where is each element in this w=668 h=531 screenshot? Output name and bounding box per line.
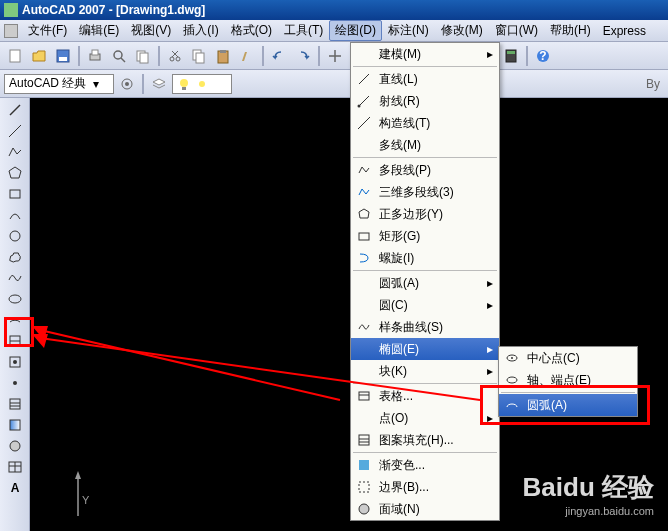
svg-marker-61 <box>359 209 369 218</box>
svg-point-39 <box>10 231 20 241</box>
table-tool[interactable] <box>4 457 26 477</box>
undo-button[interactable] <box>268 45 290 67</box>
ray-icon <box>355 92 373 110</box>
menu-insert[interactable]: 插入(I) <box>177 20 224 41</box>
ellipse-arc-icon <box>503 396 521 414</box>
cut-button[interactable] <box>164 45 186 67</box>
new-button[interactable] <box>4 45 26 67</box>
xline-tool[interactable] <box>4 121 26 141</box>
pline-item[interactable]: 多段线(P) <box>351 159 499 181</box>
arc-item[interactable]: 圆弧(A)▸ <box>351 272 499 294</box>
preview-button[interactable] <box>108 45 130 67</box>
menu-window[interactable]: 窗口(W) <box>489 20 544 41</box>
polyline-tool[interactable] <box>4 142 26 162</box>
drawing-canvas[interactable]: Y <box>30 98 668 531</box>
save-button[interactable] <box>52 45 74 67</box>
region-item[interactable]: 面域(N) <box>351 498 499 520</box>
table-icon <box>355 387 373 405</box>
point-tool[interactable] <box>4 373 26 393</box>
spline-item[interactable]: 样条曲线(S) <box>351 316 499 338</box>
help-button[interactable]: ? <box>532 45 554 67</box>
gradient-tool[interactable] <box>4 415 26 435</box>
paste-button[interactable] <box>212 45 234 67</box>
menu-separator <box>353 66 497 67</box>
makeblock-tool[interactable] <box>4 352 26 372</box>
circle-item[interactable]: 圆(C)▸ <box>351 294 499 316</box>
title-text: AutoCAD 2007 - [Drawing1.dwg] <box>22 3 205 17</box>
menu-edit[interactable]: 编辑(E) <box>73 20 125 41</box>
mline-item[interactable]: 多线(M) <box>351 134 499 156</box>
hatch-icon <box>355 431 373 449</box>
revcloud-tool[interactable] <box>4 247 26 267</box>
helix-item[interactable]: 螺旋(I) <box>351 247 499 269</box>
layer-button[interactable] <box>148 73 170 95</box>
menu-tools[interactable]: 工具(T) <box>278 20 329 41</box>
boundary-item[interactable]: 边界(B)... <box>351 476 499 498</box>
menu-modify[interactable]: 修改(M) <box>435 20 489 41</box>
ray-item[interactable]: 射线(R) <box>351 90 499 112</box>
line-item[interactable]: 直线(L) <box>351 68 499 90</box>
hatch-tool[interactable] <box>4 394 26 414</box>
open-button[interactable] <box>28 45 50 67</box>
menu-help[interactable]: 帮助(H) <box>544 20 597 41</box>
point-item[interactable]: 点(O)▸ <box>351 407 499 429</box>
polygon-tool[interactable] <box>4 163 26 183</box>
region-tool[interactable] <box>4 436 26 456</box>
menu-separator <box>353 452 497 453</box>
menu-bar: 文件(F) 编辑(E) 视图(V) 插入(I) 格式(O) 工具(T) 绘图(D… <box>0 20 668 42</box>
menu-draw[interactable]: 绘图(D) <box>329 20 382 41</box>
copy-button[interactable] <box>188 45 210 67</box>
watermark-logo: Baidu 经验 <box>523 470 654 505</box>
spline-tool[interactable] <box>4 268 26 288</box>
svg-rect-33 <box>182 87 186 90</box>
arc-tool[interactable] <box>4 205 26 225</box>
publish-button[interactable] <box>132 45 154 67</box>
rectangle-tool[interactable] <box>4 184 26 204</box>
title-bar: AutoCAD 2007 - [Drawing1.dwg] <box>0 0 668 20</box>
menu-format[interactable]: 格式(O) <box>225 20 278 41</box>
polygon-item[interactable]: 正多边形(Y) <box>351 203 499 225</box>
table-item[interactable]: 表格... <box>351 385 499 407</box>
ellipse-tool[interactable] <box>4 289 26 309</box>
modeling-item[interactable]: 建模(M)▸ <box>351 43 499 65</box>
block-tool[interactable] <box>4 331 26 351</box>
svg-line-36 <box>9 125 21 137</box>
xline-item[interactable]: 构造线(T) <box>351 112 499 134</box>
rectangle-item[interactable]: 矩形(G) <box>351 225 499 247</box>
control-icon[interactable] <box>4 24 18 38</box>
svg-marker-56 <box>75 471 81 479</box>
gradient-item[interactable]: 渐变色... <box>351 454 499 476</box>
3dpoly-item[interactable]: 三维多段线(3) <box>351 181 499 203</box>
svg-rect-14 <box>196 53 204 63</box>
menu-express[interactable]: Express <box>597 22 652 40</box>
center-item[interactable]: 中心点(C) <box>499 347 637 369</box>
layer-combo[interactable] <box>172 74 232 94</box>
circle-tool[interactable] <box>4 226 26 246</box>
separator <box>78 46 80 66</box>
hatch-item[interactable]: 图案填充(H)... <box>351 429 499 451</box>
workspace-settings-button[interactable] <box>116 73 138 95</box>
ellipse-arc-item[interactable]: 圆弧(A) <box>499 394 637 416</box>
text-tool[interactable]: A <box>4 478 26 498</box>
calc-button[interactable] <box>500 45 522 67</box>
svg-rect-68 <box>359 460 369 470</box>
pan-button[interactable] <box>324 45 346 67</box>
redo-button[interactable] <box>292 45 314 67</box>
svg-point-31 <box>125 82 129 86</box>
axis-end-item[interactable]: 轴、端点(E) <box>499 369 637 391</box>
ellipse-item[interactable]: 椭圆(E)▸ <box>351 338 499 360</box>
workspace-combo[interactable]: AutoCAD 经典 ▾ <box>4 74 114 94</box>
ellipse-arc-tool[interactable] <box>4 310 26 330</box>
match-button[interactable] <box>236 45 258 67</box>
menu-view[interactable]: 视图(V) <box>125 20 177 41</box>
menu-dimension[interactable]: 标注(N) <box>382 20 435 41</box>
menu-file[interactable]: 文件(F) <box>22 20 73 41</box>
block-item[interactable]: 块(K)▸ <box>351 360 499 382</box>
draw-menu-dropdown: 建模(M)▸ 直线(L) 射线(R) 构造线(T) 多线(M) 多段线(P) 三… <box>350 42 500 521</box>
svg-point-72 <box>511 357 513 359</box>
svg-point-59 <box>358 105 361 108</box>
svg-line-35 <box>10 105 20 115</box>
line-tool[interactable] <box>4 100 26 120</box>
svg-point-5 <box>114 51 122 59</box>
print-button[interactable] <box>84 45 106 67</box>
